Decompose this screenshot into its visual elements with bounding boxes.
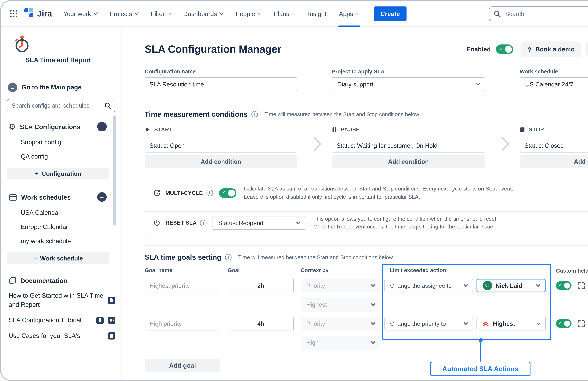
pause-condition-input[interactable] (332, 139, 485, 152)
chevron-right-icon (307, 136, 322, 151)
goal-name-input[interactable] (145, 278, 220, 293)
pause-add-condition-button[interactable]: Add condition (332, 155, 485, 168)
go-to-main-page-link[interactable]: ← Go to the Main page (8, 83, 114, 92)
sidebar-item-qa-config[interactable]: QA config (21, 153, 114, 160)
add-work-schedule-button[interactable]: + Work schedule (7, 252, 109, 264)
nav-label: Filter (151, 10, 165, 17)
start-add-condition-button[interactable]: Add condition (145, 155, 297, 168)
reset-sla-description: This option allows you to configure the … (314, 215, 498, 231)
nav-item-your-work[interactable]: Your work (63, 1, 97, 27)
multi-cycle-toggle[interactable]: ✓ (219, 188, 236, 198)
chevron-down-icon (371, 301, 375, 306)
search-icon (104, 102, 111, 109)
stop-condition-column: STOP Add condition (520, 126, 588, 168)
project-select[interactable]: Diary support (332, 77, 485, 91)
priority-select[interactable]: Highest (477, 317, 546, 331)
start-condition-column: START Add condition (145, 126, 297, 168)
info-icon[interactable]: i (252, 111, 258, 117)
limit-action-type-select[interactable]: Change the priority to (384, 317, 473, 331)
article-badge-icon (108, 296, 115, 304)
chevron-down-icon (464, 283, 468, 287)
sidebar-scrollbar[interactable] (113, 115, 116, 226)
create-button[interactable]: Create (374, 6, 406, 21)
expand-icon[interactable] (577, 281, 586, 290)
field-label: Configuration name (145, 69, 297, 75)
goal-row: Priority Change the assignee to NL Nick … (145, 278, 588, 293)
nav-item-projects[interactable]: Projects (109, 1, 138, 27)
configuration-name-field: Configuration name (145, 69, 297, 91)
chevron-down-icon (371, 283, 375, 287)
add-schedule-icon[interactable]: + (97, 192, 107, 202)
info-icon[interactable]: i (200, 220, 207, 226)
setup-wizard-button[interactable]: Setup Wizard (586, 42, 588, 57)
top-navigation: Jira Your work Projects Filter Dashboard… (1, 1, 588, 27)
article-badge-icon (96, 317, 104, 324)
search-input[interactable] (489, 6, 588, 21)
nav-label: Your work (63, 10, 91, 17)
sidebar-search (7, 99, 115, 112)
jira-logo-text: Jira (37, 9, 52, 18)
sidebar-item-my-work-schedule[interactable]: my work schedule (21, 237, 114, 244)
field-label: Project to apply SLA (332, 69, 485, 75)
chevron-down-icon (292, 11, 296, 15)
stop-condition-input[interactable] (520, 139, 588, 152)
add-goal-button[interactable]: Add goal (145, 359, 220, 372)
multi-cycle-row: MULTI-CYCLE i ✓ Calculate SLA as sum of … (145, 181, 588, 205)
sidebar-item-usa-calendar[interactable]: USA Calendar (21, 209, 114, 216)
context-value-select[interactable]: Highest (301, 298, 380, 312)
nav-item-dashboards[interactable]: Dashboards (183, 1, 223, 27)
work-schedule-field: Work schedule US Calendar 24/7 (520, 69, 588, 91)
nav-item-insight[interactable]: Insight (308, 1, 326, 27)
go-main-label: Go to the Main page (22, 84, 82, 91)
context-by-select[interactable]: Priority (301, 317, 380, 331)
condition-label: START (154, 127, 173, 132)
nav-item-apps[interactable]: Apps (339, 1, 359, 27)
configuration-name-input[interactable] (145, 77, 297, 91)
info-icon[interactable]: i (225, 254, 232, 260)
doc-item-use-cases[interactable]: Use Cases for your SLA's (9, 331, 115, 340)
context-by-select[interactable]: Priority (301, 278, 380, 293)
add-configuration-icon[interactable]: + (97, 122, 107, 131)
custom-field-toggle[interactable]: ✓ (556, 281, 571, 290)
context-value-select[interactable]: High (301, 336, 380, 349)
stop-add-condition-button[interactable]: Add condition (520, 155, 588, 168)
nav-item-filter[interactable]: Filter (151, 1, 171, 27)
pause-condition-column: PAUSE Add condition (332, 126, 485, 168)
goal-row: Priority Change the priority to Highest (145, 317, 588, 331)
work-schedule-select[interactable]: US Calendar 24/7 (520, 77, 588, 91)
sidebar-search-input[interactable] (7, 99, 115, 112)
check-icon: ✓ (499, 46, 503, 52)
custom-field-toggle[interactable]: ✓ (556, 319, 571, 328)
sidebar: SLA Time and Report ← Go to the Main pag… (1, 27, 122, 380)
app-name: SLA Time and Report (25, 56, 115, 64)
doc-item-configuration-tutorial[interactable]: SLA Configuration Tutorial (9, 316, 115, 325)
book-a-demo-button[interactable]: ? Book a demo (521, 42, 582, 57)
reset-sla-row: RESET SLA i Status: Reopend This option … (145, 211, 588, 235)
stopwatch-logo-icon (13, 35, 31, 54)
goal-value-input[interactable] (228, 278, 294, 293)
multi-cycle-label: MULTI-CYCLE (166, 190, 203, 196)
sidebar-item-europe-calendar[interactable]: Europe Calendar (21, 223, 114, 230)
app-switcher-icon[interactable] (7, 7, 20, 20)
chevron-down-icon (135, 11, 139, 15)
enabled-toggle[interactable]: ✓ (496, 44, 513, 54)
jira-logo[interactable]: Jira (23, 7, 52, 20)
goal-value-input[interactable] (228, 317, 294, 331)
nav-label: Plans (274, 10, 289, 17)
goals-hint: Time will measured between the Start and… (238, 254, 393, 260)
reset-sla-select[interactable]: Status: Reopend (213, 216, 306, 230)
nav-label: Insight (308, 10, 326, 17)
nav-item-plans[interactable]: Plans (274, 1, 295, 27)
assignee-select[interactable]: NL Nick Laid (477, 278, 546, 293)
nav-item-people[interactable]: People (235, 1, 261, 27)
info-icon[interactable]: i (206, 190, 213, 196)
start-condition-input[interactable] (145, 139, 297, 152)
select-value: Priority (306, 282, 372, 289)
expand-icon[interactable] (577, 319, 586, 328)
limit-action-type-select[interactable]: Change the assignee to (384, 278, 473, 293)
goal-name-input[interactable] (145, 317, 220, 331)
sidebar-item-support-config[interactable]: Support config (21, 139, 114, 146)
doc-item-get-started[interactable]: How to Get Started with SLA Time and Rep… (9, 291, 115, 309)
add-configuration-button[interactable]: + Configuration (7, 168, 109, 179)
play-icon (145, 127, 150, 132)
